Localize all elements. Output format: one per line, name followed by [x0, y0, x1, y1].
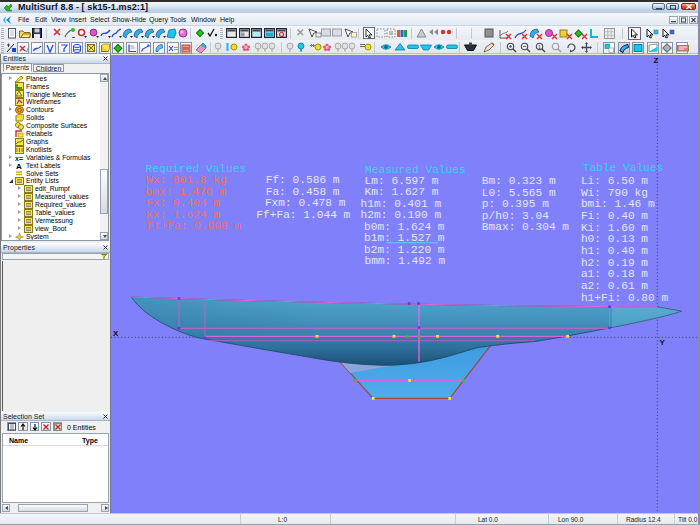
svg-text:b1m: 1.527 m: b1m: 1.527 m — [364, 232, 445, 244]
svg-text:h2: 0.19 m: h2: 0.19 m — [581, 257, 648, 269]
svg-text:p/h0: 3.04: p/h0: 3.04 — [482, 210, 549, 222]
svg-text:L0: 5.565 m: L0: 5.565 m — [482, 187, 556, 199]
svg-text:b0m: 1.624 m: b0m: 1.624 m — [364, 221, 445, 233]
svg-text:Ff: 0.586 m: Ff: 0.586 m — [266, 174, 340, 186]
svg-text:h1+Fi: 0.80 m: h1+Fi: 0.80 m — [581, 292, 669, 304]
svg-text:Fx: 0.404 m: Fx: 0.404 m — [146, 197, 220, 209]
svg-text:Ff+Fa: 1.044 m: Ff+Fa: 1.044 m — [256, 209, 350, 221]
svg-text:Kx: 1.624 m: Kx: 1.624 m — [146, 209, 220, 221]
svg-text:X: X — [113, 329, 119, 338]
svg-text:bmm: 1.492 m: bmm: 1.492 m — [365, 255, 446, 267]
svg-text:Bmax: 0.304 m: Bmax: 0.304 m — [482, 221, 570, 233]
svg-text:Required Values: Required Values — [146, 163, 247, 175]
svg-text:h1m: 0.401 m: h1m: 0.401 m — [361, 198, 442, 210]
svg-text:Ff+Fa: 0.908 m: Ff+Fa: 0.908 m — [147, 220, 241, 232]
svg-text:Ki: 1.60 m: Ki: 1.60 m — [581, 222, 648, 234]
svg-text:Wi: 790 kg: Wi: 790 kg — [581, 187, 648, 199]
svg-text:Km: 1.627 m: Km: 1.627 m — [365, 186, 439, 198]
svg-text:a1: 0.18 m: a1: 0.18 m — [581, 268, 648, 280]
svg-text:Bm: 0.323 m: Bm: 0.323 m — [482, 175, 556, 187]
svg-text:h2m: 0.190 m: h2m: 0.190 m — [361, 209, 442, 221]
svg-text:Lm: 6.597 m: Lm: 6.597 m — [365, 175, 439, 187]
svg-text:bmx: 1.470 m: bmx: 1.470 m — [145, 186, 226, 198]
svg-text:Wx: 801.8 kg: Wx: 801.8 kg — [146, 174, 227, 186]
svg-text:h1: 0.40 m: h1: 0.40 m — [581, 245, 648, 257]
svg-text:a2: 0.61 m: a2: 0.61 m — [581, 280, 648, 292]
svg-text:Y: Y — [660, 338, 666, 347]
svg-text:Li: 6.50 m: Li: 6.50 m — [581, 175, 648, 187]
svg-text:bmi: 1.46 m: bmi: 1.46 m — [581, 198, 655, 210]
svg-text:A: A — [16, 162, 22, 170]
svg-text:Fxm: 0.478 m: Fxm: 0.478 m — [265, 197, 346, 209]
svg-text:Fa: 0.458 m: Fa: 0.458 m — [266, 186, 340, 198]
svg-text:Z: Z — [654, 56, 659, 65]
svg-text:p: 0.395 m: p: 0.395 m — [482, 198, 549, 210]
svg-text:b2m: 1.220 m: b2m: 1.220 m — [364, 244, 445, 256]
svg-text:h0: 0.13 m: h0: 0.13 m — [581, 233, 648, 245]
svg-text:1: 1 — [538, 43, 541, 49]
svg-text:Fi: 0.40 m: Fi: 0.40 m — [581, 210, 648, 222]
svg-text:Table Values: Table Values — [583, 162, 664, 174]
